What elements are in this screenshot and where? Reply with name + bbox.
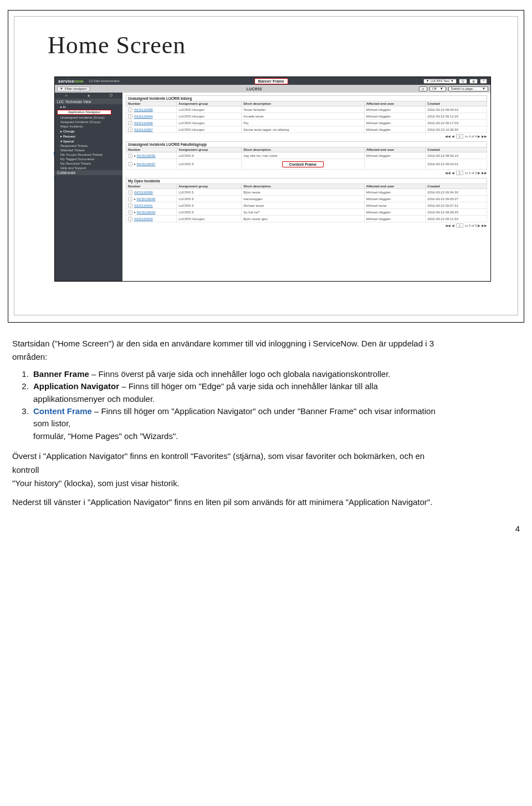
nav-header: LDC Technician View: [55, 99, 122, 104]
table-row[interactable]: iINC0110039LUCRIS SBjörn testarMichael H…: [126, 189, 487, 196]
table-row[interactable]: iINC0110044LUCRIS InkorgenAnnelle testar…: [126, 113, 487, 120]
brand-logo: servicenow: [58, 79, 84, 84]
table-row[interactable]: i▸ INC0110036LUCRIS SJag ville hur man s…: [126, 152, 487, 159]
info-icon[interactable]: i: [128, 190, 132, 195]
nav-item[interactable]: Unassigned Incidents (Group): [55, 115, 122, 120]
para-3: Nederst till vänster i "Application Navi…: [12, 497, 520, 508]
help-icon[interactable]: ?: [480, 79, 487, 84]
nav-item[interactable]: ▸ Change: [55, 129, 122, 134]
nav-item[interactable]: ▸ Request: [55, 134, 122, 139]
info-icon[interactable]: i: [128, 108, 132, 112]
filter-navigator[interactable]: ▼Filter navigator: [57, 86, 90, 91]
refresh-button[interactable]: ⟳: [419, 86, 427, 91]
document-body: Startsidan ("Home Screen") är den sida e…: [0, 335, 532, 508]
para-2-line-3: "Your history" (klocka), som just visar …: [12, 478, 520, 489]
col-user[interactable]: Affected end user: [364, 101, 426, 106]
gear-icon[interactable]: ⚙: [469, 79, 478, 84]
intro-line-1: Startsidan ("Home Screen") är den sida e…: [12, 338, 520, 349]
table-header-row: Number Assignment group Short descriptio…: [126, 101, 487, 106]
screenshot: Home Screen servicenow LU Dev environmen…: [14, 16, 518, 315]
center-title: LUCRIS: [90, 87, 419, 91]
info-icon[interactable]: i: [128, 217, 132, 221]
info-icon[interactable]: i: [128, 127, 132, 132]
nav-item[interactable]: My Groups Resolved Tickets: [55, 152, 122, 157]
filter-icon: ▼: [60, 87, 63, 90]
list-item-2-cont: applikationsmenyer och moduler.: [31, 394, 520, 406]
nav-item[interactable]: My Tagged Documents: [55, 157, 122, 161]
list-title: Unassigned Incidents LUCRIS Inborg: [126, 95, 487, 101]
info-icon[interactable]: i: [128, 154, 132, 158]
nav-item[interactable]: My Resolved Tickets: [55, 161, 122, 166]
content-frame: Unassigned Incidents LUCRIS Inborg Numbe…: [122, 93, 490, 281]
user-menu[interactable]: ▼LUCRIS Test▼: [423, 79, 457, 84]
pager-next[interactable]: ▶: [478, 135, 480, 138]
para-2-line-2: kontroll: [12, 465, 520, 476]
screenshot-frame: Home Screen servicenow LU Dev environmen…: [8, 10, 524, 323]
pager-page-input[interactable]: 1: [456, 134, 463, 139]
info-icon[interactable]: i: [128, 197, 132, 201]
list-item-1: Banner Frame – Finns överst på varje sid…: [31, 369, 520, 381]
col-created[interactable]: Created: [426, 101, 487, 106]
nav-item[interactable]: Assigned Incidents (Group): [55, 120, 122, 124]
screenshot-title: Home Screen: [48, 31, 186, 59]
list-item-2: Application Navigator – Finns till höger…: [31, 381, 520, 393]
servicenow-window: servicenow LU Dev environment Banner Fra…: [54, 76, 491, 282]
info-icon[interactable]: i: [128, 203, 132, 208]
banner-bar: servicenow LU Dev environment Banner Fra…: [55, 77, 490, 85]
content-frame-callout: Content Frame: [282, 161, 324, 167]
para-2-line-1: Överst i "Application Navigator" finns e…: [12, 451, 520, 462]
table-row[interactable]: i▸ INC0110037LUCRIS SContent Frame2016-0…: [126, 159, 487, 170]
favorites-icon[interactable]: ★: [78, 93, 100, 99]
pager: ◀◀ ◀1to 5 of 5 ▶ ▶▶: [126, 222, 487, 228]
pager: ◀◀ ◀1to 2 of 2 ▶ ▶▶: [126, 170, 487, 176]
table-row[interactable]: iINC0110038LUCRIS InkorgenTestar felstel…: [126, 106, 487, 113]
list-block-2: Unassigned Incidents LUCRIS Fakultetsgru…: [126, 141, 487, 176]
list-block-3: My Open Incidents NumberAssignment group…: [126, 178, 487, 228]
table-row[interactable]: iINC0110041LUCRIS SMichael testarMichael…: [126, 202, 487, 209]
col-number[interactable]: Number: [126, 101, 177, 106]
nav-item[interactable]: ▾ Special: [55, 139, 122, 144]
nav-item[interactable]: Requested Tickets: [55, 144, 122, 148]
nav-item[interactable]: ▸ In: [55, 104, 122, 109]
info-icon[interactable]: i: [128, 121, 132, 125]
pager: ◀◀ ◀1to 4 of 4 ▶ ▶▶: [126, 133, 487, 139]
application-navigator-callout: Application Navigator: [57, 110, 111, 115]
list-item-3-cont-b: formulär, "Home Pages" och "Wizards".: [31, 431, 520, 443]
switch-page-menu[interactable]: Switch to page...▼: [448, 86, 488, 91]
table-row[interactable]: i▸ INC0110040LUCRIS SHemsreggenMichael H…: [126, 196, 487, 202]
nav-item[interactable]: Major Incidents: [55, 124, 122, 129]
table-row[interactable]: iINC0110046LUCRIS InkorgenPejMichael Häg…: [126, 120, 487, 126]
info-icon[interactable]: i: [128, 162, 132, 166]
table-header-row: NumberAssignment groupShort descriptionA…: [126, 184, 487, 189]
pager-last[interactable]: ▶▶: [482, 135, 487, 138]
intro-line-2: områden:: [12, 351, 520, 363]
history-icon[interactable]: ⏱: [100, 93, 122, 99]
off-toggle[interactable]: Off▼: [429, 86, 446, 91]
col-desc[interactable]: Short description: [242, 101, 364, 106]
list-item-3: Content Frame – Finns till höger om "App…: [31, 406, 520, 418]
pager-first[interactable]: ◀◀: [445, 135, 451, 138]
col-group[interactable]: Assignment group: [177, 101, 242, 106]
banner-frame-callout: Banner Frame: [254, 78, 288, 84]
list-block-1: Unassigned Incidents LUCRIS Inborg Numbe…: [126, 95, 487, 139]
table-row[interactable]: iINC0110057LUCRIS InkorgenSamar testa la…: [126, 126, 487, 133]
env-label: LU Dev environment: [89, 79, 120, 83]
nav-item[interactable]: Help and Support: [55, 166, 122, 170]
application-navigator: ≡ ★ ⏱ LDC Technician View ▸ In Applicati…: [55, 93, 122, 281]
nav-item[interactable]: Watched Tickets: [55, 148, 122, 152]
pager-prev[interactable]: ◀: [452, 135, 454, 138]
sub-bar: ▼Filter navigator LUCRIS ⟳ Off▼ Switch t…: [55, 85, 490, 93]
numbered-list: Banner Frame – Finns överst på varje sid…: [31, 369, 520, 443]
list-title: My Open Incidents: [126, 178, 487, 183]
list-item-3-cont-a: som listor,: [31, 418, 520, 430]
nav-all-icon[interactable]: ≡: [55, 93, 78, 99]
table-row[interactable]: iINC0110043LUCRIS InkorgenBjörn testar i…: [126, 216, 487, 222]
info-icon[interactable]: i: [128, 114, 132, 119]
info-icon[interactable]: i: [128, 210, 132, 215]
list-title: Unassigned Incidents LUCRIS Fakultetsgru…: [126, 141, 487, 147]
page-number: 4: [0, 511, 532, 533]
nav-header: Collaborate: [55, 170, 122, 175]
table-header-row: NumberAssignment groupShort descriptionA…: [126, 147, 487, 152]
search-icon[interactable]: Q: [459, 79, 467, 84]
table-row[interactable]: i▸ INC0110042LUCRIS SSo hat he?Michael H…: [126, 209, 487, 216]
